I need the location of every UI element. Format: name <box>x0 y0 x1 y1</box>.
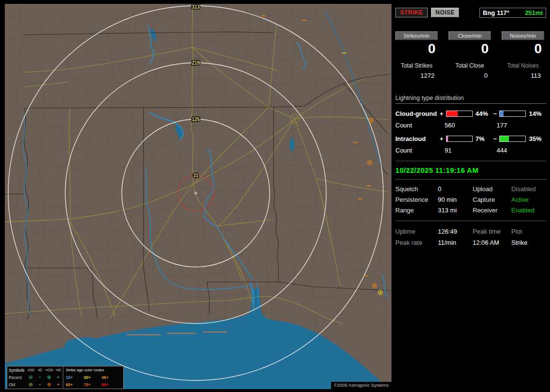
bearing-value: Bng 117° <box>483 9 509 16</box>
peak-time-value: 12:06 AM <box>473 239 511 246</box>
uptime-label: Uptime <box>395 228 438 235</box>
legend-symbols-title: Symbols <box>7 368 26 373</box>
plot-mode-value: Strike <box>511 239 546 246</box>
lightning-map: 313 219 125 31 Symbols -CG -IC +CG +IC S… <box>5 4 391 389</box>
uptime-value: 126:49 <box>438 228 473 235</box>
range-value: 313 mi <box>438 207 473 214</box>
map-canvas: 313 219 125 31 <box>5 4 391 389</box>
persistence-label: Persistence <box>395 196 438 203</box>
cg-negative-gauge <box>499 111 526 117</box>
cloud-ground-counts: Count 560 177 <box>395 122 546 129</box>
status-sidebar: STRIKE NOISE Bng 117° 251mi Strikes/min … <box>395 4 546 246</box>
total-close-value: 0 <box>449 72 491 79</box>
ring-label-125: 125 <box>192 117 200 122</box>
total-noises-label: Total Noises <box>502 62 544 69</box>
ring-label-31: 31 <box>193 173 199 178</box>
noises-min-value: 0 <box>502 42 544 56</box>
squelch-value: 0 <box>438 185 473 193</box>
receiver-value: Enabled <box>511 207 546 214</box>
upload-value: Disabled <box>511 185 546 193</box>
cg-negative-percent: 14% <box>528 110 546 117</box>
capture-value: Active <box>511 196 546 203</box>
total-strikes-value: 1272 <box>395 72 438 79</box>
ic-negative-percent: 35% <box>528 135 546 142</box>
legend-type-neg-cg: -CG <box>26 368 35 372</box>
legend-body: Recent⊖−⊕+15+30+45+Old⊖−⊕+60+75+90+ <box>7 374 123 388</box>
strikes-min-value: 0 <box>395 42 438 56</box>
peak-rate-label: Peak rate <box>395 239 438 246</box>
intracloud-counts: Count 91 444 <box>395 147 546 154</box>
receiver-label: Receiver <box>473 207 511 214</box>
legend-header: Symbols -CG -IC +CG +IC Strike age color… <box>7 366 123 374</box>
bearing-readout: Bng 117° 251mi <box>479 8 546 18</box>
cg-positive-count: 560 <box>442 122 494 129</box>
legend-age-title: Strike age color codes <box>66 368 104 372</box>
ic-positive-count: 91 <box>442 147 494 154</box>
mode-header: STRIKE NOISE Bng 117° 251mi <box>395 7 546 18</box>
divider <box>395 221 546 221</box>
divider <box>395 161 546 161</box>
total-noises-value: 113 <box>502 72 544 79</box>
range-label: Range <box>395 207 438 214</box>
cloud-ground-row: Cloud-ground + 44% − 14% <box>395 110 546 117</box>
intracloud-row: Intracloud + 7% − 35% <box>395 135 546 142</box>
peak-time-label: Peak time <box>473 228 511 235</box>
noises-min-button[interactable]: Noises/min <box>502 31 544 40</box>
close-min-value: 0 <box>449 42 491 56</box>
plus-sign: + <box>439 135 444 142</box>
ic-positive-percent: 7% <box>475 135 493 142</box>
symbol-legend: Symbols -CG -IC +CG +IC Strike age color… <box>7 366 124 389</box>
noises-counter-column: Noises/min 0 Total Noises 113 <box>502 31 544 79</box>
count-label: Count <box>395 147 442 154</box>
legend-age-row: Old⊖−⊕+60+75+90+ <box>7 381 123 388</box>
session-stats-grid: Uptime 126:49 Peak time Plot Peak rate 1… <box>395 228 546 246</box>
noise-mode-button[interactable]: NOISE <box>431 8 459 17</box>
plus-sign: + <box>439 110 444 117</box>
ring-label-313: 313 <box>192 4 200 10</box>
strike-mode-button[interactable]: STRIKE <box>395 8 428 17</box>
ic-negative-gauge <box>499 136 526 142</box>
cg-negative-count: 177 <box>494 122 546 129</box>
total-close-label: Total Close <box>449 62 491 69</box>
intracloud-label: Intracloud <box>395 135 439 142</box>
divider <box>395 179 546 180</box>
peak-rate-value: 11/min <box>438 239 473 246</box>
receiver-status-grid: Squelch 0 Upload Disabled Persistence 90… <box>395 185 546 214</box>
strikes-min-button[interactable]: Strikes/min <box>395 31 438 40</box>
cg-positive-gauge <box>446 111 473 117</box>
close-counter-column: Close/min 0 Total Close 0 <box>449 31 491 79</box>
bearing-range-value: 251mi <box>525 9 543 16</box>
legend-type-pos-ic: +IC <box>54 368 63 372</box>
legend-type-neg-ic: -IC <box>35 368 44 372</box>
rate-counters: Strikes/min 0 Total Strikes 1272 Close/m… <box>395 31 546 79</box>
persistence-value: 90 min <box>438 196 473 203</box>
ring-label-219: 219 <box>192 60 200 66</box>
minus-sign: − <box>492 110 497 117</box>
ic-negative-count: 444 <box>494 147 546 154</box>
datetime-display: 10/22/2025 11:19:16 AM <box>395 166 546 174</box>
count-label: Count <box>395 122 442 129</box>
distribution-title: Lightning type distribution <box>395 95 546 104</box>
plot-label: Plot <box>511 228 546 235</box>
capture-label: Capture <box>473 196 511 203</box>
squelch-label: Squelch <box>395 185 438 193</box>
ic-positive-gauge <box>446 136 473 142</box>
copyright-notice: ©2005 Astrogenic Systems <box>331 382 391 389</box>
strikes-counter-column: Strikes/min 0 Total Strikes 1272 <box>395 31 438 79</box>
close-min-button[interactable]: Close/min <box>449 31 491 40</box>
minus-sign: − <box>492 135 497 142</box>
legend-type-pos-cg: +CG <box>44 368 54 372</box>
upload-label: Upload <box>473 185 511 193</box>
legend-age-row: Recent⊖−⊕+15+30+45+ <box>7 374 123 381</box>
total-strikes-label: Total Strikes <box>395 62 438 69</box>
cg-positive-percent: 44% <box>475 110 493 117</box>
cloud-ground-label: Cloud-ground <box>395 110 439 117</box>
